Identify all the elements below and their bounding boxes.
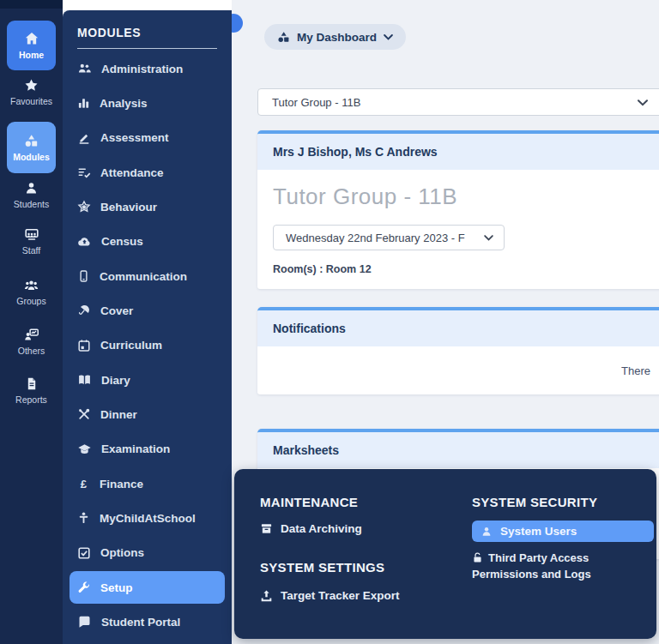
module-item-label: Behaviour	[100, 201, 157, 214]
flyout-item-label: System Users	[500, 525, 577, 538]
graduation-cap-icon	[77, 442, 92, 456]
flyout-item-data-archiving[interactable]: Data Archiving	[260, 522, 457, 535]
person-icon	[24, 181, 39, 196]
module-item-label: Assessment	[100, 131, 169, 144]
sidebar-item-label: Groups	[16, 296, 45, 306]
module-item-label: MyChildAtSchool	[100, 512, 196, 525]
sidebar-item-students[interactable]: Students	[0, 177, 63, 213]
notifications-message: There	[257, 346, 659, 394]
module-item-cover[interactable]: Cover	[63, 293, 232, 328]
sidebar-item-others[interactable]: Others	[0, 322, 63, 360]
module-item-label: Examination	[101, 442, 170, 455]
sidebar-item-groups[interactable]: Groups	[0, 273, 63, 310]
modules-panel: MODULES Administration Analysis Assessme…	[63, 10, 232, 644]
sidebar-item-label: Others	[18, 346, 45, 356]
module-item-behaviour[interactable]: Behaviour	[63, 190, 232, 224]
person-chart-icon	[24, 328, 39, 342]
module-item-label: Finance	[100, 478, 143, 491]
pencil-icon	[77, 131, 91, 145]
unlock-icon	[472, 552, 483, 567]
flyout-section-maintenance: MAINTENANCE	[260, 495, 457, 509]
checkbox-icon	[77, 546, 91, 560]
chat-icon	[77, 615, 92, 629]
chevron-down-icon	[484, 235, 493, 241]
module-item-analysis[interactable]: Analysis	[63, 86, 232, 120]
list-check-icon	[77, 166, 91, 179]
sidebar-item-modules[interactable]: Modules	[7, 122, 56, 173]
session-date-value: Wednesday 22nd February 2023 - F	[286, 232, 465, 244]
module-item-examination[interactable]: Examination	[63, 432, 232, 466]
module-item-label: Analysis	[100, 97, 148, 110]
rooms-text: Room(s) : Room 12	[273, 263, 654, 275]
module-item-options[interactable]: Options	[63, 536, 232, 570]
umbrella-icon	[77, 304, 91, 317]
flyout-item-third-party-access[interactable]: Third Party Access Permissions and Logs	[472, 551, 654, 581]
panel-top-gap	[63, 0, 232, 10]
module-item-label: Administration	[101, 63, 183, 75]
module-item-label: Setup	[100, 581, 133, 594]
group-select[interactable]: Tutor Group - 11B	[257, 88, 659, 116]
wrench-icon	[77, 581, 91, 594]
document-icon	[25, 376, 39, 391]
archive-icon	[260, 522, 273, 535]
bar-chart-icon	[77, 96, 90, 110]
flyout-item-target-tracker-export[interactable]: Target Tracker Export	[260, 589, 457, 602]
notifications-card-header: Notifications	[257, 310, 659, 346]
flyout-item-system-users[interactable]: System Users	[472, 521, 654, 542]
sidebar-item-favourites[interactable]: Favourites	[0, 74, 63, 110]
sidebar-top-strip	[0, 0, 63, 9]
sidebar-item-label: Staff	[22, 245, 40, 256]
module-item-label: Attendance	[100, 166, 164, 179]
two-people-icon	[77, 62, 92, 75]
module-item-assessment[interactable]: Assessment	[63, 121, 232, 155]
sidebar-item-label: Favourites	[10, 96, 52, 106]
modules-list: Administration Analysis Assessment Atten…	[63, 51, 232, 640]
sidebar-item-label: Students	[14, 199, 49, 209]
sidebar-item-label: Home	[19, 50, 44, 60]
module-item-label: Student Portal	[101, 616, 180, 629]
tutor-card-header: Mrs J Bishop, Ms C Andrews	[257, 134, 659, 170]
people-group-icon	[23, 278, 39, 292]
my-dashboard-button[interactable]: My Dashboard	[264, 24, 406, 50]
module-item-diary[interactable]: Diary	[63, 363, 232, 397]
sidebar-item-reports[interactable]: Reports	[0, 370, 63, 410]
sidebar-item-label: Modules	[13, 152, 50, 162]
flyout-item-label: Third Party Access Permissions and Logs	[472, 551, 591, 581]
upload-icon	[260, 589, 273, 602]
divider	[77, 48, 217, 49]
group-select-value: Tutor Group - 11B	[272, 96, 360, 109]
home-icon	[24, 31, 39, 46]
cutlery-icon	[77, 407, 91, 421]
module-item-communication[interactable]: Communication	[63, 259, 232, 293]
flyout-section-system-settings: SYSTEM SETTINGS	[260, 560, 457, 575]
marksheets-card-header: Marksheets	[257, 432, 659, 468]
shapes-icon	[24, 134, 39, 148]
mobile-icon	[77, 269, 90, 283]
module-item-mychildatschool[interactable]: MyChildAtSchool	[63, 501, 232, 535]
module-item-label: Cover	[100, 304, 133, 317]
sidebar-item-label: Reports	[15, 394, 47, 405]
sidebar-item-staff[interactable]: Staff	[0, 223, 63, 259]
flyout-section-system-security: SYSTEM SECURITY	[472, 495, 654, 509]
module-item-finance[interactable]: £ Finance	[63, 466, 232, 501]
user-icon	[481, 526, 493, 538]
child-icon	[77, 511, 90, 525]
cloud-upload-icon	[77, 235, 92, 249]
module-item-setup[interactable]: Setup	[70, 571, 225, 604]
presentation-icon	[24, 227, 39, 242]
icon-sidebar: Home Favourites Modules Students Staff G…	[0, 0, 63, 644]
star-icon	[24, 78, 39, 93]
shapes-icon	[277, 31, 290, 44]
module-item-administration[interactable]: Administration	[63, 51, 232, 86]
module-item-attendance[interactable]: Attendance	[63, 155, 232, 190]
module-item-curriculum[interactable]: Curriculum	[63, 328, 232, 363]
tutor-group-card: Mrs J Bishop, Ms C Andrews Tutor Group -…	[257, 130, 659, 289]
module-item-census[interactable]: Census	[63, 225, 232, 259]
sidebar-item-home[interactable]: Home	[7, 21, 56, 70]
flyout-item-label: Target Tracker Export	[281, 589, 400, 602]
module-item-student-portal[interactable]: Student Portal	[63, 605, 232, 639]
notifications-card: Notifications There	[257, 307, 659, 394]
session-date-select[interactable]: Wednesday 22nd February 2023 - F	[273, 225, 505, 250]
module-item-label: Dinner	[100, 408, 137, 421]
module-item-dinner[interactable]: Dinner	[63, 397, 232, 431]
